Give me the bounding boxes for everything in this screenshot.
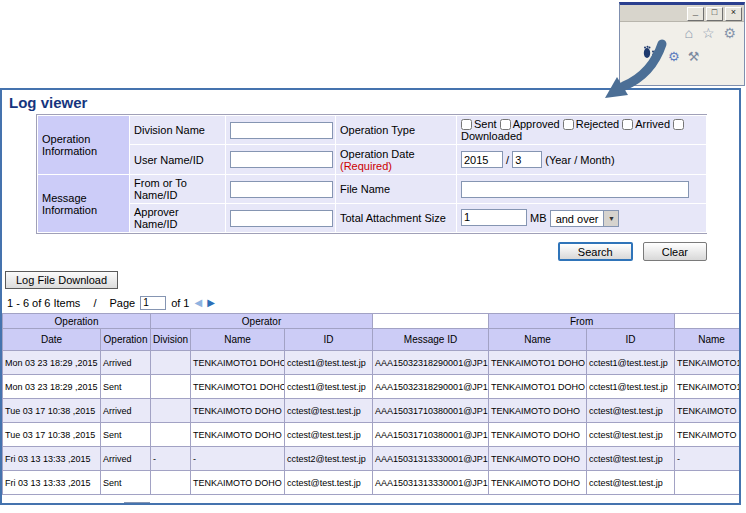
cell-from-name: TENKAIMOTO DOHO — [489, 471, 587, 495]
column-header-to-name: Name — [675, 329, 741, 351]
column-header-operation: Operation — [101, 329, 151, 351]
tools-icon[interactable]: ⚒ — [688, 50, 700, 64]
cell-division — [151, 375, 191, 399]
downloaded-checkbox-label: Downloaded — [461, 130, 522, 142]
cell-division: - — [151, 447, 191, 471]
cell-operator-name: - — [191, 447, 285, 471]
page-label: Page — [93, 503, 119, 506]
home-icon[interactable]: ⌂ — [684, 26, 692, 40]
cell-operation: Sent — [101, 375, 151, 399]
cell-message-id: AAA15031710380001@JP1 — [373, 399, 489, 423]
pagination-separator: / — [93, 297, 96, 309]
blank-header-cell — [675, 314, 741, 329]
cell-date: Mon 03 23 18:29 ,2015 — [3, 351, 101, 375]
cell-from-name: TENKAIMOTO1 DOHO — [489, 375, 587, 399]
user-name-input[interactable] — [230, 151, 333, 168]
cell-date: Tue 03 17 10:38 ,2015 — [3, 423, 101, 447]
cell-operator-name: TENKAIMOTO DOHO — [191, 399, 285, 423]
division-name-label: Division Name — [130, 116, 226, 145]
approver-input[interactable] — [230, 210, 333, 227]
column-header-id: ID — [285, 329, 373, 351]
form-buttons: Search Clear — [2, 242, 707, 261]
rejected-checkbox[interactable] — [563, 119, 574, 130]
cell-operator-name: TENKAIMOTO1 DOHO — [191, 375, 285, 399]
approved-checkbox[interactable] — [500, 119, 511, 130]
cell-division — [151, 399, 191, 423]
date-separator: / — [506, 154, 509, 166]
from-to-label: From or To Name/ID — [130, 175, 226, 204]
arrived-checkbox[interactable] — [622, 119, 633, 130]
cell-operation: Sent — [101, 471, 151, 495]
gear-icon[interactable]: ⚙ — [723, 26, 736, 40]
cell-from-name: TENKAIMOTO DOHO — [489, 423, 587, 447]
maximize-button[interactable]: □ — [706, 7, 723, 21]
month-input[interactable] — [512, 151, 542, 168]
attachment-condition-select[interactable]: and over ▼ — [550, 210, 620, 227]
page-number-input[interactable] — [124, 502, 150, 506]
required-note: (Required) — [340, 160, 392, 172]
search-button[interactable]: Search — [558, 242, 633, 261]
blank-header-cell — [373, 314, 489, 329]
next-page-icon[interactable]: ▶ — [191, 503, 199, 505]
attachment-size-input[interactable] — [461, 209, 527, 226]
table-row: Tue 03 17 10:38 ,2015 Sent TENKAIMOTO DO… — [3, 423, 742, 447]
arrived-checkbox-label: Arrived — [635, 118, 670, 130]
cell-operator-id: cctest1@test.test.jp — [285, 351, 373, 375]
search-form: Operation Information Division Name Oper… — [36, 114, 707, 234]
callout-arrow — [598, 38, 678, 108]
clear-button[interactable]: Clear — [643, 242, 707, 261]
page-number-input[interactable] — [140, 296, 166, 310]
group-header-operator: Operator — [151, 314, 373, 329]
year-input[interactable] — [461, 151, 503, 168]
cell-message-id: AAA15032318290001@JP1 — [373, 351, 489, 375]
pagination-bottom: 1 - 6 of 6 Items Page of 1 ◀ ▶ — [7, 501, 739, 505]
cell-operator-id: cctest1@test.test.jp — [285, 375, 373, 399]
column-header-date: Date — [3, 329, 101, 351]
group-header-row: Operation Operator From — [3, 314, 742, 329]
table-row: Mon 03 23 18:29 ,2015 Arrived TENKAIMOTO… — [3, 351, 742, 375]
chevron-down-icon: ▼ — [603, 211, 618, 226]
operation-type-label: Operation Type — [336, 116, 457, 145]
prev-page-icon[interactable]: ◀ — [195, 297, 203, 308]
next-page-icon[interactable]: ▶ — [207, 297, 215, 308]
cell-division — [151, 471, 191, 495]
cell-operator-id: cctest@test.test.jp — [285, 399, 373, 423]
cell-date: Tue 03 17 10:38 ,2015 — [3, 399, 101, 423]
page-label: Page — [109, 297, 135, 309]
star-icon[interactable]: ☆ — [702, 26, 715, 40]
prev-page-icon[interactable]: ◀ — [178, 503, 186, 505]
cell-message-id: AAA15032318290001@JP1 — [373, 375, 489, 399]
attachment-size-label: Total Attachment Size — [336, 204, 457, 233]
table-row: Fri 03 13 13:33 ,2015 Sent TENKAIMOTO DO… — [3, 471, 742, 495]
cell-from-name: TENKAIMOTO1 DOHO — [489, 351, 587, 375]
items-count: 1 - 6 of 6 Items — [7, 297, 80, 309]
minimize-button[interactable]: _ — [687, 7, 704, 21]
date-hint: (Year / Month) — [545, 154, 614, 166]
downloaded-checkbox[interactable] — [673, 119, 684, 130]
attachment-unit-label: MB — [530, 211, 547, 223]
items-count: 1 - 6 of 6 Items — [7, 503, 80, 506]
sent-checkbox[interactable] — [461, 119, 472, 130]
cell-operation: Sent — [101, 423, 151, 447]
file-name-input[interactable] — [461, 181, 689, 198]
log-file-download-button[interactable]: Log File Download — [5, 271, 118, 289]
from-to-input[interactable] — [230, 181, 333, 198]
column-header-division: Division — [151, 329, 191, 351]
attachment-size-fields: MB and over ▼ — [457, 204, 707, 233]
operation-information-label: Operation Information — [38, 116, 130, 175]
log-viewer-panel: Log viewer Operation Information Divisio… — [0, 88, 741, 505]
approved-checkbox-label: Approved — [513, 118, 560, 130]
cell-to-name: TENKAIMOTO DOHO — [675, 399, 741, 423]
cell-division — [151, 351, 191, 375]
group-header-operation: Operation — [3, 314, 151, 329]
cell-operator-name: TENKAIMOTO DOHO — [191, 471, 285, 495]
user-name-label: User Name/ID — [130, 145, 226, 175]
cell-to-name: TENKAIMOTO DOHO — [675, 423, 741, 447]
table-row: Tue 03 17 10:38 ,2015 Arrived TENKAIMOTO… — [3, 399, 742, 423]
cell-message-id: AAA15031313330001@JP1 — [373, 471, 489, 495]
division-name-input[interactable] — [230, 122, 333, 139]
table-row: Fri 03 13 13:33 ,2015 Arrived - - cctest… — [3, 447, 742, 471]
column-header-from-id: ID — [587, 329, 675, 351]
cell-from-id: cctest@test.test.jp — [587, 471, 675, 495]
close-button[interactable]: × — [725, 7, 742, 21]
